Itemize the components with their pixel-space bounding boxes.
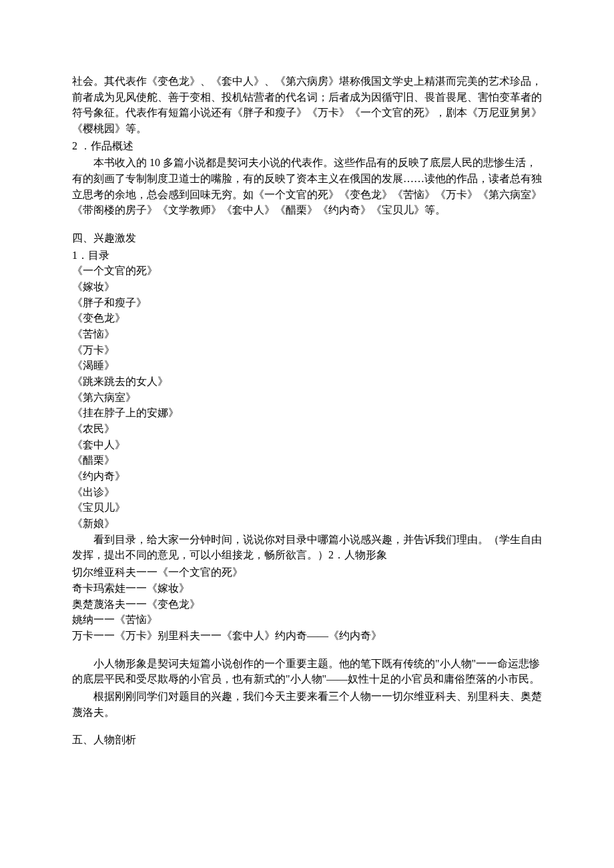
toc-item: 《新娘》 xyxy=(72,516,542,532)
toc-item: 《万卡》 xyxy=(72,342,542,358)
character-mapping: 奥楚蔑洛夫一一《变色龙》 xyxy=(72,596,542,612)
character-mapping: 万卡一一《万卡》别里科夫一一《套中人》约内奇——《约内奇》 xyxy=(72,628,542,644)
toc-item: 《出诊》 xyxy=(72,484,542,500)
toc-item: 《第六病室》 xyxy=(72,390,542,406)
toc-item: 《约内奇》 xyxy=(72,468,542,484)
toc-item: 《变色龙》 xyxy=(72,310,542,326)
toc-label: 1．目录 xyxy=(72,248,542,264)
paragraph-representative-works: 社会。其代表作《变色龙》、《套中人》、《第六病房》堪称俄国文学史上精湛而完美的艺… xyxy=(72,73,542,137)
paragraph-three-characters: 根据刚刚同学们对题目的兴趣，我们今天主要来看三个人物一一切尔维亚科夫、别里科夫、… xyxy=(72,689,542,720)
toc-item: 《一个文官的死》 xyxy=(72,263,542,279)
toc-item: 《胖子和瘦子》 xyxy=(72,295,542,311)
document-page: 社会。其代表作《变色龙》、《套中人》、《第六病房》堪称俄国文学史上精湛而完美的艺… xyxy=(0,0,614,789)
toc-item: 《农民》 xyxy=(72,421,542,437)
section-4-heading: 四、兴趣激发 xyxy=(72,230,542,246)
toc-item: 《挂在脖子上的安娜》 xyxy=(72,405,542,421)
toc-item: 《跳来跳去的女人》 xyxy=(72,374,542,390)
character-mapping: 奇卡玛索娃一一《嫁妆》 xyxy=(72,580,542,596)
toc-item: 《宝贝儿》 xyxy=(72,500,542,516)
subheading-works-overview: 2 ．作品概述 xyxy=(72,138,542,154)
toc-item: 《嫁妆》 xyxy=(72,279,542,295)
character-mapping: 切尔维亚科夫一一《一个文官的死》 xyxy=(72,564,542,580)
section-5-heading: 五、人物剖析 xyxy=(72,732,542,748)
paragraph-small-people-theme: 小人物形象是契诃夫短篇小说创作的一个重要主题。他的笔下既有传统的"小人物"一一命… xyxy=(72,656,542,687)
paragraph-toc-prompt: 看到目录，给大家一分钟时间，说说你对目录中哪篇小说感兴趣，并告诉我们理由。（学生… xyxy=(72,532,542,563)
character-mapping: 姚纳一一《苦恼》 xyxy=(72,612,542,628)
toc-item: 《套中人》 xyxy=(72,437,542,453)
spacer xyxy=(72,644,542,656)
toc-item: 《苦恼》 xyxy=(72,326,542,342)
toc-item: 《渴睡》 xyxy=(72,358,542,374)
toc-item: 《醋栗》 xyxy=(72,452,542,468)
paragraph-works-overview-body: 本书收入的 10 多篇小说都是契诃夫小说的代表作。这些作品有的反映了底层人民的悲… xyxy=(72,155,542,218)
